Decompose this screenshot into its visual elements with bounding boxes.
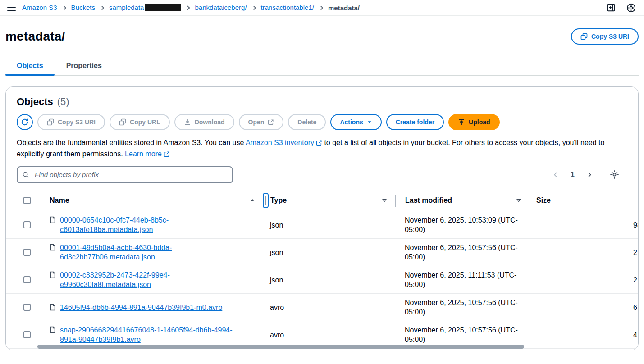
refresh-icon <box>21 118 29 126</box>
copy-s3-uri-header-button[interactable]: Copy S3 URI <box>571 28 639 45</box>
button-label: Upload <box>469 118 490 126</box>
upload-icon <box>458 118 465 126</box>
breadcrumb-bankdataiceberg[interactable]: bankdataiceberg/ <box>195 4 247 12</box>
object-last-modified: November 6, 2025, 10:53:09 (UTC-05:00) <box>396 211 529 239</box>
sort-toggle-icon[interactable] <box>382 198 387 203</box>
button-label: Open <box>248 118 265 126</box>
row-checkbox[interactable] <box>23 221 31 228</box>
redacted-text <box>145 4 181 11</box>
delete-button[interactable]: Delete <box>288 114 326 130</box>
button-label: Copy URL <box>130 118 160 126</box>
breadcrumb-label: Amazon S3 <box>22 4 57 11</box>
object-size: 6. <box>529 294 639 321</box>
sort-toggle-icon[interactable] <box>516 198 521 203</box>
object-name-link[interactable]: snap-2906668294416676048-1-14605f94-db6b… <box>60 325 241 344</box>
previous-page-icon[interactable] <box>553 172 559 178</box>
find-objects-input[interactable] <box>17 166 233 183</box>
object-size: 2. <box>529 266 639 294</box>
search-icon <box>22 171 29 178</box>
breadcrumb-buckets[interactable]: Buckets <box>71 4 95 12</box>
column-header-type[interactable]: Type <box>270 196 287 205</box>
external-link-icon <box>164 151 170 157</box>
external-link-icon <box>316 140 322 146</box>
copy-url-button[interactable]: Copy URL <box>110 114 170 130</box>
objects-count: (5) <box>57 96 69 108</box>
open-button[interactable]: Open <box>239 114 284 130</box>
page-header: metadata/ Copy S3 URI <box>5 28 639 45</box>
object-size: 2. <box>529 239 639 266</box>
button-label: Copy S3 URI <box>591 33 629 40</box>
button-label: Download <box>195 118 225 126</box>
object-type: json <box>265 211 396 239</box>
hamburger-menu-icon[interactable] <box>7 4 16 12</box>
external-link-icon <box>268 119 274 125</box>
refresh-button[interactable] <box>17 114 33 130</box>
settings-icon[interactable] <box>626 3 636 13</box>
download-button[interactable]: Download <box>174 114 234 130</box>
object-name-link[interactable]: 00002-c332952b-2473-422f-99e4-e9960c30fa… <box>60 270 241 289</box>
link-label: Learn more <box>125 150 162 158</box>
row-checkbox[interactable] <box>23 304 31 311</box>
button-label: Create folder <box>396 118 434 126</box>
tab-bar: Objects Properties <box>5 56 639 76</box>
create-folder-button[interactable]: Create folder <box>386 114 444 130</box>
object-last-modified: November 6, 2025, 10:57:56 (UTC-05:00) <box>396 294 529 321</box>
table-controls: 1 <box>17 166 627 183</box>
page-title: metadata/ <box>5 29 65 44</box>
top-navigation-bar: Amazon S3 Buckets sampledata bankdataice… <box>0 0 644 16</box>
objects-table: Name Type <box>6 191 638 349</box>
tab-properties[interactable]: Properties <box>55 56 113 75</box>
chevron-right-icon <box>186 5 190 10</box>
caret-down-icon <box>367 119 372 125</box>
button-label: Actions <box>340 118 363 126</box>
sort-ascending-icon[interactable] <box>250 198 255 203</box>
chevron-right-icon <box>319 5 324 10</box>
chevron-right-icon <box>62 5 66 10</box>
current-page-number[interactable]: 1 <box>571 171 575 179</box>
button-label: Delete <box>297 118 316 126</box>
link-label: Amazon S3 inventory <box>246 139 314 146</box>
file-icon <box>49 271 56 289</box>
column-header-last-modified[interactable]: Last modified <box>405 196 452 205</box>
object-type: json <box>265 266 396 294</box>
topbar-icons <box>607 3 636 13</box>
copy-s3-uri-button[interactable]: Copy S3 URI <box>37 114 105 130</box>
column-header-name[interactable]: Name <box>50 196 69 205</box>
breadcrumb-transactiontable1[interactable]: transactiontable1/ <box>261 4 314 12</box>
copy-icon <box>119 118 126 126</box>
copy-icon <box>47 118 54 126</box>
object-size: 98 <box>529 211 639 239</box>
select-all-checkbox[interactable] <box>23 197 31 204</box>
open-panel-icon[interactable] <box>607 3 616 12</box>
breadcrumb-label: transactiontable1/ <box>261 4 314 11</box>
pagination: 1 <box>553 170 619 179</box>
breadcrumb-bucket-name[interactable]: sampledata <box>109 4 181 12</box>
table-header-row: Name Type <box>6 191 639 211</box>
column-resize-handle[interactable] <box>263 193 269 208</box>
file-icon <box>49 304 56 312</box>
breadcrumb-amazon-s3[interactable]: Amazon S3 <box>22 4 57 12</box>
learn-more-link[interactable]: Learn more <box>125 150 170 158</box>
objects-heading: Objects (5) <box>17 96 627 108</box>
file-icon <box>49 244 56 262</box>
object-name-link[interactable]: 00001-49d5b0a4-acbb-4630-bdda-6d3c2bb77b… <box>60 243 241 262</box>
file-icon <box>49 216 56 234</box>
preferences-gear-icon[interactable] <box>610 170 619 179</box>
search-box <box>17 166 233 183</box>
upload-button[interactable]: Upload <box>448 114 499 130</box>
row-checkbox[interactable] <box>23 331 31 338</box>
row-checkbox[interactable] <box>23 276 31 283</box>
actions-dropdown-button[interactable]: Actions <box>330 114 381 130</box>
table-row: 00002-c332952b-2473-422f-99e4-e9960c30fa… <box>6 266 639 294</box>
next-page-icon[interactable] <box>586 172 593 178</box>
object-type: json <box>265 239 396 266</box>
horizontal-scrollbar-thumb[interactable] <box>37 345 524 349</box>
download-icon <box>184 118 191 126</box>
object-name-link[interactable]: 14605f94-db6b-4994-891a-90447b39f9b1-m0.… <box>60 303 222 312</box>
object-name-link[interactable]: 00000-0654c10c-0fc7-44eb-8b5c-c6013afe18… <box>60 215 241 234</box>
tab-objects[interactable]: Objects <box>5 56 55 75</box>
column-header-size[interactable]: Size <box>536 196 551 204</box>
amazon-s3-inventory-link[interactable]: Amazon S3 inventory <box>246 139 322 146</box>
table-row: 00000-0654c10c-0fc7-44eb-8b5c-c6013afe18… <box>6 211 639 239</box>
row-checkbox[interactable] <box>23 249 31 256</box>
